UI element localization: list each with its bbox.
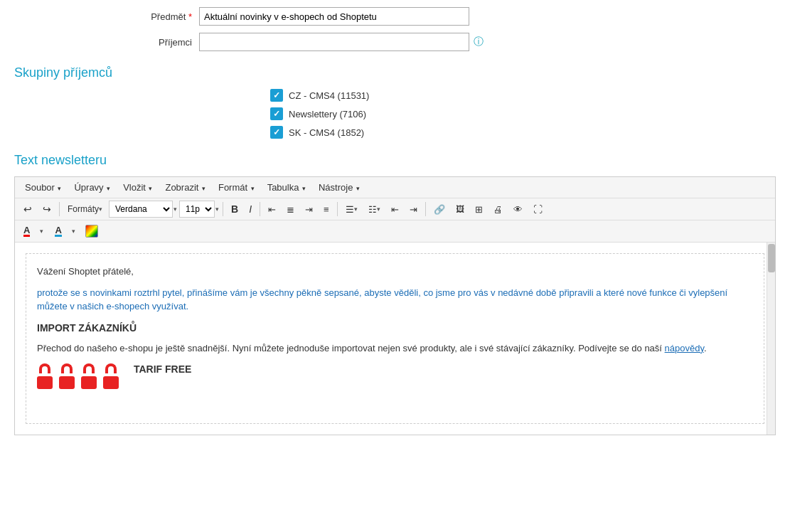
scrollbar[interactable] [767, 243, 775, 435]
tarif-icons [37, 362, 123, 389]
checkbox-item-cz: CZ - CMS4 (11531) [270, 89, 776, 102]
required-star: * [188, 11, 192, 22]
padlock-icon-2 [59, 362, 79, 389]
align-left-button[interactable]: ⇤ [264, 202, 280, 217]
tarif-heading: TARIF FREE [134, 362, 191, 383]
unordered-list-icon: ☰ [346, 204, 354, 215]
print-icon: 🖨 [493, 204, 503, 215]
text-color-arrow-button[interactable]: ▾ [36, 225, 48, 237]
checkbox-newslettery[interactable] [270, 107, 283, 120]
text-color-wrapper: A ▾ [19, 223, 48, 239]
text-color-button[interactable]: A [19, 223, 34, 239]
menu-nastroje[interactable]: Nástroje ▾ [313, 180, 365, 195]
padlock-icon-4 [103, 362, 123, 389]
separator-1 [59, 202, 60, 216]
separator-5 [425, 202, 426, 216]
toolbar-formatting: ↩ ↪ Formáty ▾ Verdana ▾ 11pt ▾ B I [15, 198, 775, 220]
subject-row: Předmět * [14, 7, 776, 26]
unordered-list-button[interactable]: ☰ ▾ [341, 202, 362, 217]
checkbox-sk-cms4[interactable] [270, 126, 283, 139]
checkbox-item-sk: SK - CMS4 (1852) [270, 126, 776, 139]
font-family-select[interactable]: Verdana [109, 201, 173, 218]
redo-button[interactable]: ↪ [38, 201, 55, 217]
recipients-label: Příjemci [14, 37, 199, 48]
paragraph1: Přechod do našeho e-shopu je ještě snadn… [37, 341, 753, 356]
print-button[interactable]: 🖨 [489, 202, 507, 217]
subject-input[interactable] [199, 7, 469, 26]
indent-button[interactable]: ⇥ [405, 202, 422, 217]
checkbox-cz-cms4-label: CZ - CMS4 (11531) [289, 90, 369, 101]
newsletter-section-header: Text newsletteru [14, 153, 776, 168]
color-picker-icon [85, 225, 98, 238]
editor-scroll-container: Vážení Shoptet přátelé, protože se s nov… [15, 243, 775, 435]
form-section: Předmět * Příjemci ⓘ [14, 7, 776, 51]
editor-inner[interactable]: Vážení Shoptet přátelé, protože se s nov… [26, 253, 764, 424]
color-picker-button[interactable] [82, 223, 101, 240]
bold-button[interactable]: B [227, 201, 242, 217]
bg-color-wrapper: A ▾ [50, 223, 79, 239]
align-right-button[interactable]: ⇥ [301, 202, 317, 217]
subject-label: Předmět * [14, 11, 199, 22]
align-center-button[interactable]: ≣ [282, 202, 299, 217]
editor-wrapper: Soubor ▾ Úpravy ▾ Vložit ▾ Zobrazit ▾ Fo… [14, 176, 776, 435]
indent-icon: ⇥ [410, 204, 417, 215]
preview-icon: 👁 [513, 204, 523, 215]
undo-button[interactable]: ↩ [19, 201, 36, 217]
image-icon: 🖼 [456, 204, 464, 214]
bg-color-arrow-icon: ▾ [72, 228, 75, 235]
italic-button[interactable]: I [245, 201, 256, 217]
recipients-row: Příjemci ⓘ [14, 33, 776, 51]
checkbox-newslettery-label: Newslettery (7106) [289, 109, 366, 119]
formats-arrow: ▾ [99, 206, 102, 213]
text-color-a-icon: A [23, 225, 30, 237]
page-container: Předmět * Příjemci ⓘ Skupiny příjemců CZ… [0, 0, 790, 442]
align-center-icon: ≣ [287, 204, 294, 215]
checkbox-cz-cms4[interactable] [270, 89, 283, 102]
menu-soubor[interactable]: Soubor ▾ [19, 180, 67, 195]
menu-tabulka[interactable]: Tabulka ▾ [262, 180, 311, 195]
fullscreen-button[interactable]: ⛶ [529, 202, 547, 217]
link-icon: 🔗 [434, 204, 445, 215]
outdent-button[interactable]: ⇤ [387, 202, 403, 217]
link-button[interactable]: 🔗 [429, 202, 449, 217]
bg-color-arrow-button[interactable]: ▾ [68, 225, 80, 237]
checkbox-sk-cms4-label: SK - CMS4 (1852) [289, 127, 364, 138]
preview-button[interactable]: 👁 [509, 202, 527, 217]
table-button[interactable]: ⊞ [471, 202, 487, 217]
intro-paragraph: protože se s novinkami roztrhl pytel, př… [37, 286, 753, 314]
align-justify-button[interactable]: ≡ [319, 202, 333, 217]
ordered-list-icon: ☷ [368, 204, 377, 215]
padlock-icon-3 [81, 362, 101, 389]
tarif-section: TARIF FREE [37, 362, 753, 389]
napovedy-link[interactable]: nápovědy [665, 343, 704, 353]
checkbox-group: CZ - CMS4 (11531) Newslettery (7106) SK … [270, 89, 776, 139]
menu-format[interactable]: Formát ▾ [213, 180, 260, 195]
heading1-paragraph: IMPORT ZÁKAZNÍKŮ [37, 321, 753, 336]
formats-dropdown[interactable]: Formáty ▾ [63, 202, 107, 216]
fullscreen-icon: ⛶ [533, 204, 543, 215]
recipients-input[interactable] [199, 33, 469, 51]
font-family-arrow: ▾ [174, 206, 177, 213]
toolbar-colors: A ▾ A ▾ [15, 220, 775, 243]
outdent-icon: ⇤ [391, 204, 399, 215]
menu-zobrazit[interactable]: Zobrazit ▾ [159, 180, 210, 195]
table-icon: ⊞ [475, 204, 483, 215]
image-button[interactable]: 🖼 [452, 202, 469, 216]
editor-content[interactable]: Vážení Shoptet přátelé, protože se s nov… [15, 243, 775, 435]
padlock-icon-1 [37, 362, 57, 389]
align-right-icon: ⇥ [305, 204, 313, 215]
ordered-list-button[interactable]: ☷ ▾ [364, 202, 385, 217]
font-size-arrow: ▾ [215, 206, 219, 213]
scrollbar-thumb[interactable] [768, 244, 775, 272]
bg-color-button[interactable]: A [50, 223, 65, 239]
separator-3 [260, 202, 260, 216]
toolbar-menubar: Soubor ▾ Úpravy ▾ Vložit ▾ Zobrazit ▾ Fo… [15, 177, 775, 198]
align-justify-icon: ≡ [324, 204, 329, 215]
menu-upravy[interactable]: Úpravy ▾ [68, 180, 116, 195]
font-size-select[interactable]: 11pt [179, 201, 215, 218]
greeting-paragraph: Vážení Shoptet přátelé, [37, 265, 753, 279]
align-left-icon: ⇤ [268, 204, 276, 215]
checkbox-item-newslettery: Newslettery (7106) [270, 107, 776, 120]
menu-vlozit[interactable]: Vložit ▾ [117, 180, 158, 195]
info-icon[interactable]: ⓘ [474, 36, 484, 48]
